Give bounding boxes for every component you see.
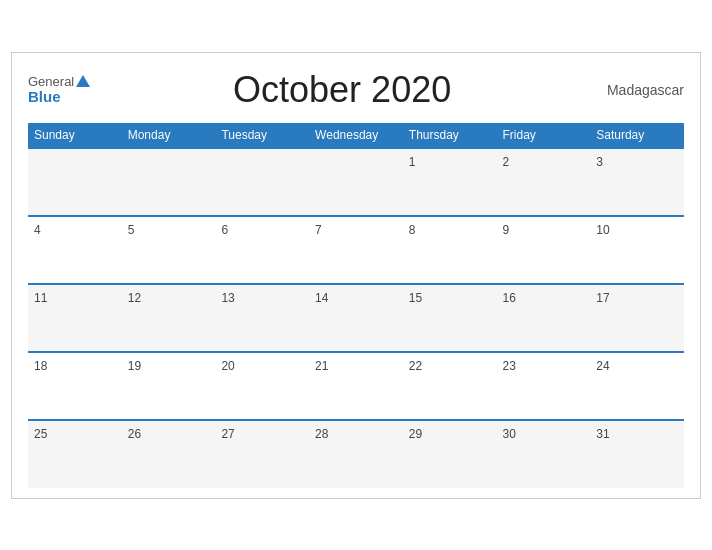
day-number: 14 — [315, 291, 328, 305]
day-number: 27 — [221, 427, 234, 441]
day-number: 20 — [221, 359, 234, 373]
day-header-monday: Monday — [122, 123, 216, 148]
day-number: 5 — [128, 223, 135, 237]
calendar-header: General Blue October 2020 Madagascar — [28, 69, 684, 111]
day-number: 13 — [221, 291, 234, 305]
calendar-cell: 14 — [309, 284, 403, 352]
calendar-cell: 12 — [122, 284, 216, 352]
calendar-cell: 6 — [215, 216, 309, 284]
week-row-0: 123 — [28, 148, 684, 216]
calendar-cell: 17 — [590, 284, 684, 352]
day-number: 3 — [596, 155, 603, 169]
day-header-sunday: Sunday — [28, 123, 122, 148]
calendar-cell: 23 — [497, 352, 591, 420]
calendar-cell: 16 — [497, 284, 591, 352]
day-number: 1 — [409, 155, 416, 169]
calendar-container: General Blue October 2020 Madagascar Sun… — [11, 52, 701, 499]
calendar-grid: Sunday Monday Tuesday Wednesday Thursday… — [28, 123, 684, 488]
calendar-cell: 28 — [309, 420, 403, 488]
calendar-cell: 13 — [215, 284, 309, 352]
day-number: 18 — [34, 359, 47, 373]
day-number: 29 — [409, 427, 422, 441]
calendar-cell: 22 — [403, 352, 497, 420]
day-header-thursday: Thursday — [403, 123, 497, 148]
calendar-title: October 2020 — [90, 69, 594, 111]
week-row-1: 45678910 — [28, 216, 684, 284]
day-header-wednesday: Wednesday — [309, 123, 403, 148]
day-number: 28 — [315, 427, 328, 441]
calendar-cell: 9 — [497, 216, 591, 284]
day-number: 15 — [409, 291, 422, 305]
calendar-cell: 20 — [215, 352, 309, 420]
calendar-cell: 31 — [590, 420, 684, 488]
calendar-cell: 15 — [403, 284, 497, 352]
day-number: 23 — [503, 359, 516, 373]
day-number: 4 — [34, 223, 41, 237]
day-number: 21 — [315, 359, 328, 373]
day-number: 10 — [596, 223, 609, 237]
day-number: 17 — [596, 291, 609, 305]
calendar-cell: 4 — [28, 216, 122, 284]
calendar-cell: 1 — [403, 148, 497, 216]
day-number: 24 — [596, 359, 609, 373]
day-header-friday: Friday — [497, 123, 591, 148]
day-number: 22 — [409, 359, 422, 373]
logo-triangle-icon — [76, 75, 90, 87]
day-number: 8 — [409, 223, 416, 237]
day-header-tuesday: Tuesday — [215, 123, 309, 148]
days-header-row: Sunday Monday Tuesday Wednesday Thursday… — [28, 123, 684, 148]
calendar-cell: 25 — [28, 420, 122, 488]
calendar-cell: 11 — [28, 284, 122, 352]
calendar-cell: 26 — [122, 420, 216, 488]
day-number: 6 — [221, 223, 228, 237]
day-number: 19 — [128, 359, 141, 373]
calendar-cell — [122, 148, 216, 216]
calendar-cell: 10 — [590, 216, 684, 284]
day-number: 30 — [503, 427, 516, 441]
day-number: 16 — [503, 291, 516, 305]
calendar-cell: 3 — [590, 148, 684, 216]
day-number: 11 — [34, 291, 47, 305]
calendar-cell: 30 — [497, 420, 591, 488]
calendar-cell: 21 — [309, 352, 403, 420]
day-number: 31 — [596, 427, 609, 441]
calendar-cell: 29 — [403, 420, 497, 488]
calendar-cell — [309, 148, 403, 216]
day-number: 12 — [128, 291, 141, 305]
calendar-cell: 2 — [497, 148, 591, 216]
day-number: 9 — [503, 223, 510, 237]
week-row-4: 25262728293031 — [28, 420, 684, 488]
calendar-cell: 18 — [28, 352, 122, 420]
day-number: 2 — [503, 155, 510, 169]
week-row-3: 18192021222324 — [28, 352, 684, 420]
day-number: 25 — [34, 427, 47, 441]
day-number: 26 — [128, 427, 141, 441]
week-row-2: 11121314151617 — [28, 284, 684, 352]
calendar-cell — [28, 148, 122, 216]
logo-blue-text: Blue — [28, 89, 90, 104]
calendar-cell: 24 — [590, 352, 684, 420]
calendar-cell: 27 — [215, 420, 309, 488]
logo: General Blue — [28, 75, 90, 104]
calendar-cell — [215, 148, 309, 216]
calendar-cell: 19 — [122, 352, 216, 420]
calendar-cell: 7 — [309, 216, 403, 284]
calendar-country: Madagascar — [594, 82, 684, 98]
day-header-saturday: Saturday — [590, 123, 684, 148]
calendar-cell: 5 — [122, 216, 216, 284]
day-number: 7 — [315, 223, 322, 237]
logo-general-text: General — [28, 75, 90, 89]
calendar-cell: 8 — [403, 216, 497, 284]
